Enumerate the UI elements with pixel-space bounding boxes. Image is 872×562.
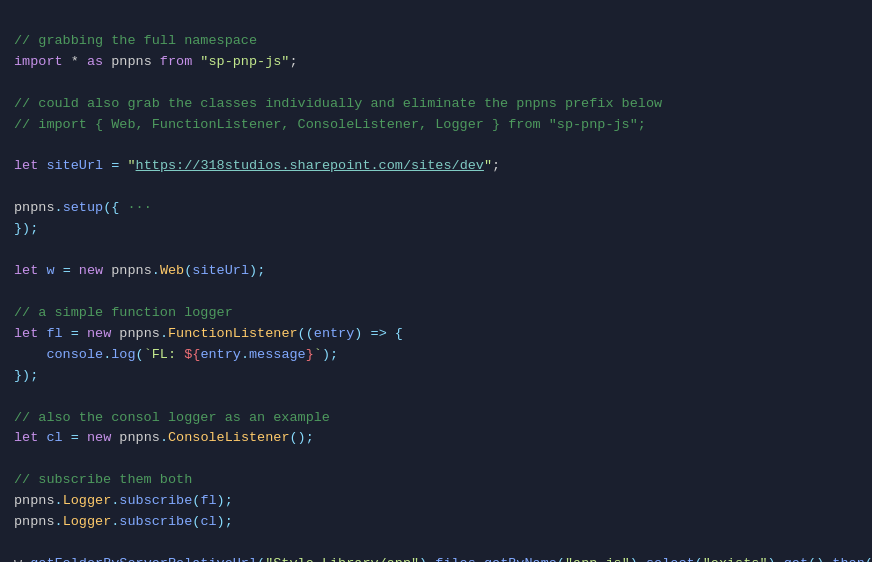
comment-line-4: // a simple function logger [14, 305, 233, 320]
code-editor: // grabbing the full namespace import * … [14, 10, 858, 562]
comment-line-1: // grabbing the full namespace [14, 33, 257, 48]
subscribe-fl: pnpns [14, 493, 55, 508]
get-folder-call: w [14, 556, 22, 562]
comment-line-2: // could also grab the classes individua… [14, 96, 662, 111]
comment-line-5: // also the consol logger as an example [14, 410, 330, 425]
subscribe-cl: pnpns [14, 514, 55, 529]
setup-call: pnpns [14, 200, 55, 215]
let-keyword-2: let [14, 263, 38, 278]
let-keyword-1: let [14, 158, 38, 173]
comment-line-3: // import { Web, FunctionListener, Conso… [14, 117, 646, 132]
comment-line-6: // subscribe them both [14, 472, 192, 487]
import-keyword: import [14, 54, 63, 69]
let-keyword-3: let [14, 326, 38, 341]
let-keyword-4: let [14, 430, 38, 445]
